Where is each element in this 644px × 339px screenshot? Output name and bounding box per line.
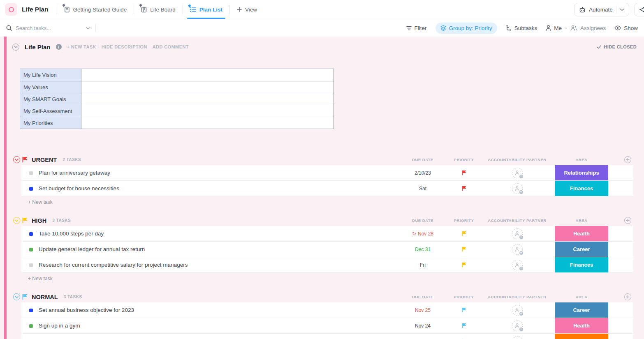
due-date[interactable] [397, 334, 448, 339]
task-row[interactable]: Set budget for house necessities Sat Fin… [21, 181, 633, 196]
row-value[interactable] [81, 93, 334, 105]
task-row[interactable] [21, 334, 633, 339]
new-task-button[interactable]: + New task [21, 273, 644, 284]
task-row[interactable]: Plan for anniversary getaway 2/10/23 Rel… [21, 165, 633, 181]
task-name[interactable]: Take 10,000 steps per day [39, 226, 104, 241]
due-date[interactable]: Nov 25 [397, 302, 448, 318]
status-icon[interactable] [29, 263, 33, 267]
collapse-section-button[interactable] [12, 44, 19, 51]
column-header-priority[interactable]: PRIORITY [448, 291, 480, 302]
add-assignee-avatar[interactable] [512, 183, 523, 194]
group-name[interactable]: HIGH [32, 217, 46, 224]
task-row[interactable]: Research for current competitive salary … [21, 257, 633, 273]
group-name[interactable]: URGENT [32, 157, 57, 163]
column-header-accountability-partner[interactable]: ACCOUNTABILITY PARTNER [480, 215, 555, 226]
column-header-priority[interactable]: PRIORITY [448, 215, 480, 226]
collapse-group-button[interactable] [13, 293, 20, 300]
list-avatar[interactable] [5, 3, 17, 16]
task-row[interactable]: Sign up in a gym Nov 24 Health [21, 318, 633, 334]
row-value[interactable] [81, 69, 334, 81]
row-value[interactable] [81, 117, 334, 129]
task-name[interactable]: Set budget for house necessities [39, 181, 119, 196]
info-icon[interactable]: i [56, 44, 62, 50]
priority-flag-icon[interactable] [448, 334, 480, 339]
tab-add-view[interactable]: View [230, 0, 264, 19]
column-header-area[interactable]: AREA [555, 291, 608, 302]
add-comment-action[interactable]: ADD COMMENT [153, 44, 189, 49]
row-value[interactable] [81, 81, 334, 93]
add-assignee-avatar[interactable] [512, 321, 523, 331]
add-column-icon[interactable] [624, 156, 631, 163]
search-input[interactable]: Search tasks... [6, 25, 90, 31]
due-date[interactable]: Dec 31 [397, 242, 448, 257]
collapse-group-button[interactable] [13, 156, 20, 163]
status-icon[interactable] [29, 324, 33, 328]
area-tag[interactable] [555, 334, 608, 339]
due-date[interactable]: Fri [397, 257, 448, 272]
task-row[interactable]: Take 10,000 steps per day ↻Nov 28 Health [21, 226, 633, 242]
group-name[interactable]: NORMAL [32, 294, 58, 300]
priority-flag-icon[interactable] [448, 318, 480, 333]
due-date[interactable]: Sat [397, 181, 448, 196]
chevron-down-icon[interactable] [86, 27, 90, 30]
area-tag[interactable]: Finances [555, 257, 608, 272]
area-tag[interactable]: Career [555, 302, 608, 318]
task-name[interactable]: Set annual business objective for 2023 [39, 302, 134, 318]
column-header-accountability-partner[interactable]: ACCOUNTABILITY PARTNER [480, 154, 555, 165]
subtasks-button[interactable]: Subtasks [506, 25, 537, 31]
status-icon[interactable] [29, 232, 33, 236]
area-tag[interactable]: Career [555, 242, 608, 257]
row-value[interactable] [81, 105, 334, 117]
status-icon[interactable] [29, 309, 33, 312]
add-column-icon[interactable] [624, 217, 631, 224]
task-name[interactable]: Plan for anniversary getaway [39, 165, 110, 180]
tab-getting-started-guide[interactable]: Getting Started Guide [57, 0, 134, 19]
area-tag[interactable]: Health [555, 318, 608, 333]
column-header-due-date[interactable]: DUE DATE [397, 215, 448, 226]
hide-closed-toggle[interactable]: HIDE CLOSED [597, 44, 637, 49]
area-tag[interactable]: Health [555, 226, 608, 241]
task-name[interactable]: Update general ledger for annual tax ret… [39, 242, 145, 257]
add-assignee-avatar[interactable] [512, 228, 523, 239]
automate-button[interactable]: Automate [574, 3, 629, 16]
group-by-button[interactable]: Group by: Priority [436, 23, 497, 34]
me-filter-button[interactable]: Me [546, 25, 562, 31]
priority-flag-icon[interactable] [448, 226, 480, 241]
task-name[interactable]: Research for current competitive salary … [39, 257, 188, 272]
priority-flag-icon[interactable] [448, 165, 480, 180]
column-header-due-date[interactable]: DUE DATE [397, 291, 448, 302]
priority-flag-icon[interactable] [448, 242, 480, 257]
add-column-icon[interactable] [624, 293, 631, 300]
status-icon[interactable] [29, 187, 33, 191]
share-button[interactable]: Share [634, 3, 644, 16]
add-assignee-avatar[interactable] [512, 305, 523, 316]
tab-plan-list[interactable]: Plan List [183, 0, 229, 19]
priority-flag-icon[interactable] [448, 257, 480, 272]
column-header-area[interactable]: AREA [555, 154, 608, 165]
task-name[interactable]: Sign up in a gym [39, 318, 80, 333]
due-date[interactable]: ↻Nov 28 [397, 226, 448, 241]
status-icon[interactable] [29, 171, 33, 175]
column-header-priority[interactable]: PRIORITY [448, 154, 480, 165]
priority-flag-icon[interactable] [448, 302, 480, 318]
chevron-down-icon[interactable] [620, 8, 624, 11]
add-assignee-avatar[interactable] [512, 168, 523, 178]
status-icon[interactable] [29, 248, 33, 251]
add-assignee-avatar[interactable] [512, 244, 523, 255]
area-tag[interactable]: Relationships [555, 165, 608, 180]
column-header-accountability-partner[interactable]: ACCOUNTABILITY PARTNER [480, 291, 555, 302]
filter-button[interactable]: Filter [406, 25, 427, 31]
priority-flag-icon[interactable] [448, 181, 480, 196]
column-header-due-date[interactable]: DUE DATE [397, 154, 448, 165]
task-row[interactable]: Set annual business objective for 2023 N… [21, 302, 633, 318]
column-header-area[interactable]: AREA [555, 215, 608, 226]
add-assignee-avatar[interactable] [512, 260, 523, 270]
due-date[interactable]: Nov 24 [397, 318, 448, 333]
new-task-button[interactable]: + New task [21, 196, 644, 208]
tab-life-board[interactable]: Life Board [134, 0, 183, 19]
task-row[interactable]: Update general ledger for annual tax ret… [21, 242, 633, 257]
add-assignee-avatar[interactable] [512, 336, 523, 339]
collapse-group-button[interactable] [13, 217, 20, 224]
hide-description-action[interactable]: HIDE DESCRIPTION [102, 44, 147, 49]
assignees-button[interactable]: Assignees [570, 25, 606, 31]
